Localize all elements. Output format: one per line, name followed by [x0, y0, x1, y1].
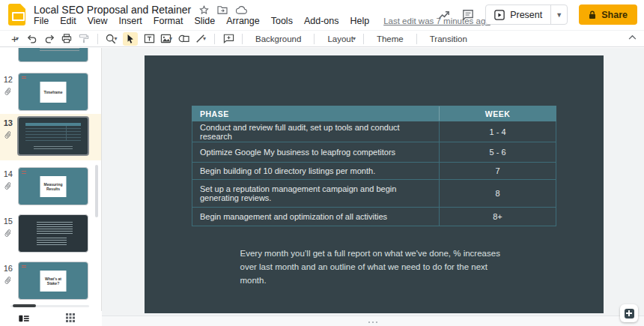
menu-help[interactable]: Help — [350, 16, 369, 26]
table-header-phase: PHASE — [192, 106, 440, 121]
slide-number: 14 — [0, 169, 13, 178]
slide-number: 16 — [0, 264, 13, 273]
theme-button[interactable]: Theme — [371, 34, 409, 43]
mini-table — [25, 123, 81, 141]
insert-shape-button[interactable] — [177, 32, 189, 46]
menu-slide[interactable]: Slide — [194, 16, 215, 26]
move-folder-icon[interactable] — [217, 5, 228, 14]
thumbnail-title: What's at Stake? — [40, 271, 67, 292]
paperclip-icon — [4, 229, 13, 238]
phase-cell: Set up a reputation management campaign … — [192, 180, 440, 207]
menu-tools[interactable]: Tools — [271, 16, 293, 26]
thumbnail-title: Timeframe — [40, 82, 67, 103]
menu-insert[interactable]: Insert — [119, 16, 142, 26]
grid-view-button[interactable] — [66, 313, 75, 322]
cloud-saved-icon[interactable] — [236, 6, 247, 14]
text-box-button[interactable] — [143, 32, 155, 46]
week-cell: 1 - 4 — [440, 127, 556, 136]
paint-format-button[interactable] — [78, 32, 90, 46]
explore-icon — [625, 309, 634, 319]
google-slides-window: Local SEO Proposal and Retainer File Edi… — [0, 0, 644, 326]
present-button-label: Present — [510, 10, 542, 20]
speaker-notes-bar[interactable] — [102, 316, 644, 326]
menu-bar: File Edit View Insert Format Slide Arran… — [34, 16, 490, 26]
comment-history-icon[interactable] — [462, 9, 474, 20]
slide-footer-text: Every month you’ll get a full report on … — [240, 247, 508, 287]
filmstrip-hscroll-thumb[interactable] — [13, 304, 36, 307]
transition-button[interactable]: Transition — [425, 34, 473, 43]
thumbnail-title: Measuring Results — [40, 176, 67, 197]
comment-marker-icon — [22, 265, 26, 269]
table-row[interactable]: Optimize Google My business to leapfrog … — [192, 142, 556, 163]
redo-button[interactable] — [43, 32, 55, 46]
present-dropdown-caret[interactable]: ▼ — [550, 5, 567, 24]
slide-number: 13 — [0, 118, 13, 127]
present-button-group: Present ▼ — [485, 4, 568, 25]
toolbar: +▾ ▾ ▾ ▾ — [0, 30, 644, 47]
explore-button[interactable] — [620, 304, 638, 322]
slide-canvas-area: PHASE WEEK Conduct and review full audit… — [102, 48, 644, 326]
lock-icon — [589, 10, 596, 19]
present-play-icon — [494, 10, 505, 20]
filmstrip-view-button[interactable] — [19, 315, 29, 322]
select-tool-button[interactable] — [123, 32, 138, 46]
menu-view[interactable]: View — [88, 16, 108, 26]
slide-thumbnail-11-partial[interactable] — [18, 48, 88, 62]
undo-button[interactable] — [26, 32, 38, 46]
slide-thumbnail-13-selected[interactable] — [17, 116, 89, 156]
table-row[interactable]: Begin management and optimization of all… — [192, 208, 556, 226]
layout-button[interactable]: Layout▾ — [322, 32, 356, 46]
slide-thumbnail-15[interactable] — [18, 214, 88, 253]
slide-number: 12 — [0, 75, 13, 84]
comment-marker-icon — [22, 76, 26, 80]
paperclip-icon — [4, 130, 13, 139]
present-button[interactable]: Present — [486, 5, 550, 24]
slide-thumbnail-16[interactable]: What's at Stake? — [18, 262, 88, 300]
slide-number: 15 — [0, 217, 13, 226]
star-icon[interactable] — [199, 5, 209, 15]
table-row[interactable]: Set up a reputation management campaign … — [192, 180, 556, 208]
menu-addons[interactable]: Add-ons — [304, 16, 339, 26]
phase-cell: Begin management and optimization of all… — [192, 208, 440, 226]
week-cell: 8+ — [440, 212, 556, 221]
phase-week-table[interactable]: PHASE WEEK Conduct and review full audit… — [192, 106, 556, 226]
top-bar: Local SEO Proposal and Retainer File Edi… — [0, 0, 644, 30]
phase-cell: Conduct and review full audit, set up to… — [192, 121, 440, 142]
menu-file[interactable]: File — [34, 16, 49, 26]
share-button-label: Share — [601, 10, 628, 20]
slide-filmstrip: 12 Timeframe 13 14 Measuring Results — [0, 48, 102, 311]
insert-comment-button[interactable] — [222, 32, 234, 46]
insert-image-button[interactable]: ▾ — [160, 32, 172, 46]
slide-footer-textbox[interactable]: Every month you’ll get a full report on … — [145, 247, 604, 287]
table-header-row: PHASE WEEK — [192, 106, 556, 121]
filmstrip-scrollbar[interactable] — [95, 165, 98, 217]
print-button[interactable] — [61, 32, 73, 46]
document-title[interactable]: Local SEO Proposal and Retainer — [34, 4, 191, 16]
comment-marker-icon — [22, 171, 26, 175]
insert-line-button[interactable]: ▾ — [195, 32, 207, 46]
slides-logo-icon[interactable] — [8, 4, 25, 25]
table-header-week: WEEK — [440, 109, 556, 118]
phase-cell: Optimize Google My business to leapfrog … — [192, 142, 440, 162]
activity-dashboard-icon[interactable] — [438, 10, 451, 20]
slide-thumbnail-14[interactable]: Measuring Results — [18, 167, 88, 205]
background-button[interactable]: Background — [250, 34, 306, 43]
zoom-button[interactable]: ▾ — [106, 32, 118, 46]
paperclip-icon — [4, 181, 13, 190]
phase-cell: Begin building of 10 directory listings … — [192, 163, 440, 179]
table-row[interactable]: Conduct and review full audit, set up to… — [192, 121, 556, 142]
view-switcher-bar — [0, 311, 102, 326]
menu-format[interactable]: Format — [154, 16, 183, 26]
slide-thumbnail-12[interactable]: Timeframe — [18, 73, 88, 111]
new-slide-button[interactable]: +▾ — [9, 32, 21, 46]
notes-drag-handle-icon[interactable] — [368, 322, 377, 323]
share-button[interactable]: Share — [579, 4, 637, 25]
menu-arrange[interactable]: Arrange — [226, 16, 259, 26]
hide-menus-button[interactable] — [628, 34, 637, 40]
table-row[interactable]: Begin building of 10 directory listings … — [192, 163, 556, 180]
menu-edit[interactable]: Edit — [60, 16, 76, 26]
week-cell: 8 — [440, 189, 556, 198]
current-slide[interactable]: PHASE WEEK Conduct and review full audit… — [145, 55, 604, 313]
week-cell: 7 — [440, 166, 556, 175]
week-cell: 5 - 6 — [440, 148, 556, 157]
